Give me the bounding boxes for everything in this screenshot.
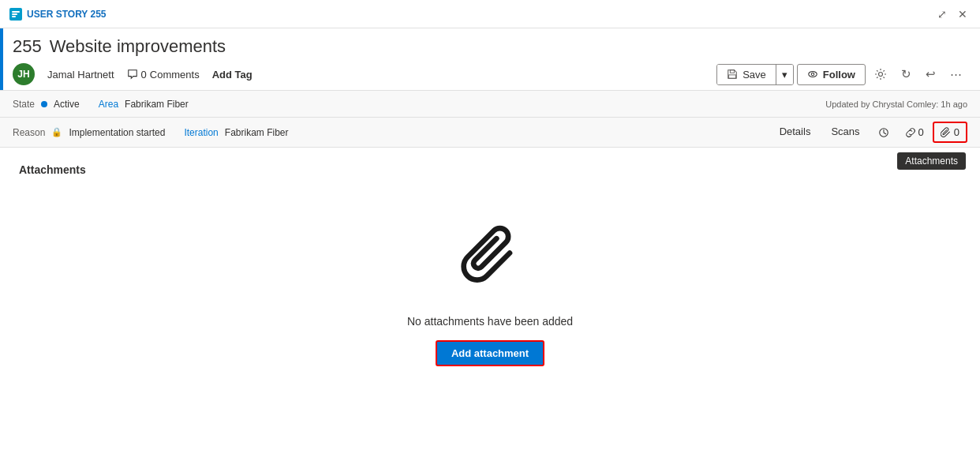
svg-rect-2 [12, 13, 17, 15]
attachments-section-title: Attachments [19, 163, 961, 176]
comment-icon [127, 69, 138, 80]
empty-state: No attachments have been added Add attac… [19, 176, 961, 390]
history-icon [878, 127, 889, 138]
paperclip-icon-small [941, 127, 952, 138]
save-dropdown-button[interactable]: ▾ [776, 65, 793, 84]
reason-field: Reason 🔒 Implementation started [13, 127, 165, 138]
svg-rect-1 [12, 11, 20, 13]
lock-icon: 🔒 [51, 127, 62, 137]
save-button[interactable]: Save [717, 65, 776, 84]
links-button[interactable]: 0 [898, 122, 931, 142]
title-bar: USER STORY 255 ⤢ ✕ [0, 0, 980, 28]
work-item-number: 255 [13, 36, 42, 57]
settings-button[interactable] [869, 64, 892, 84]
author-name: Jamal Hartnett [47, 69, 114, 81]
reason-label: Reason [13, 127, 45, 138]
attachments-button[interactable]: 0 [933, 122, 967, 143]
svg-rect-4 [731, 70, 735, 73]
state-dot [41, 101, 47, 107]
iteration-value: Fabrikam Fiber [225, 127, 289, 138]
minimize-button[interactable]: ⤢ [934, 6, 950, 22]
tab-scans[interactable]: Scans [821, 121, 869, 144]
eye-icon [807, 69, 818, 80]
follow-button[interactable]: Follow [797, 64, 866, 85]
fields-row-2: Reason 🔒 Implementation started Iteratio… [0, 118, 980, 148]
fields-row-1: State Active Area Fabrikam Fiber Updated… [0, 91, 980, 118]
attachments-count: 0 [954, 126, 959, 138]
iteration-label[interactable]: Iteration [184, 127, 218, 138]
content-area: Attachments No attachments have been add… [0, 148, 980, 406]
reason-value: Implementation started [69, 127, 165, 138]
history-button[interactable] [871, 123, 896, 142]
svg-point-6 [809, 72, 817, 77]
save-label: Save [742, 69, 766, 81]
title-bar-left: USER STORY 255 [9, 8, 107, 21]
close-button[interactable]: ✕ [955, 6, 971, 22]
undo-button[interactable]: ↩ [920, 63, 941, 85]
work-item-title: 255 Website improvements [13, 36, 967, 57]
comments-count: 0 [141, 69, 147, 81]
follow-label: Follow [823, 69, 855, 81]
user-story-icon [9, 8, 22, 21]
svg-rect-5 [729, 75, 736, 78]
iteration-field: Iteration Fabrikam Fiber [184, 127, 288, 138]
state-label: State [13, 99, 35, 110]
tabs-area: Details Scans 0 0 Attachments [770, 121, 967, 144]
area-field: Area Fabrikam Fiber [99, 99, 189, 110]
title-bar-right: ⤢ ✕ [934, 6, 971, 22]
avatar: JH [13, 63, 35, 85]
refresh-button[interactable]: ↻ [896, 63, 917, 85]
save-icon [727, 69, 738, 80]
link-icon [905, 127, 916, 138]
work-item-meta: JH Jamal Hartnett 0 Comments Add Tag Sav… [13, 63, 967, 85]
area-label[interactable]: Area [99, 99, 118, 110]
paperclip-large-icon [451, 223, 529, 302]
state-field: State Active [13, 99, 80, 110]
comments-label: Comments [150, 69, 200, 81]
add-tag-button[interactable]: Add Tag [212, 69, 252, 81]
title-bar-text: USER STORY 255 [27, 9, 107, 20]
add-attachment-button[interactable]: Add attachment [436, 340, 544, 366]
empty-message: No attachments have been added [407, 315, 573, 328]
state-value: Active [54, 99, 80, 110]
links-count: 0 [918, 126, 924, 138]
svg-point-8 [879, 73, 883, 77]
area-value: Fabrikam Fiber [125, 99, 189, 110]
gear-icon [874, 68, 887, 81]
comments-link[interactable]: 0 Comments [127, 69, 200, 81]
more-options-button[interactable]: ⋯ [944, 63, 967, 85]
work-item-name: Website improvements [50, 36, 226, 57]
updated-info: Updated by Chrystal Comley: 1h ago [825, 99, 967, 109]
tab-details[interactable]: Details [770, 121, 821, 144]
svg-point-7 [811, 73, 814, 76]
toolbar-right: Save ▾ Follow ↻ ↩ ⋯ [716, 63, 967, 85]
work-item-header: 255 Website improvements JH Jamal Hartne… [0, 28, 980, 91]
accent-border [0, 28, 3, 90]
svg-rect-3 [12, 16, 16, 17]
save-split-button[interactable]: Save ▾ [716, 64, 794, 85]
